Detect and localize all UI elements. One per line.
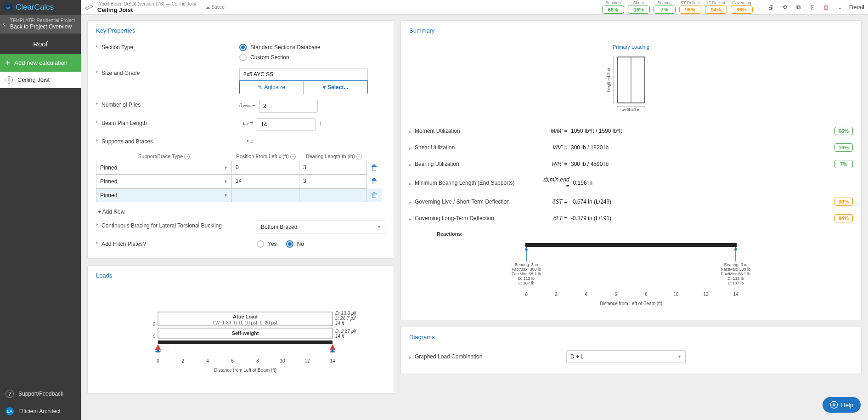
svg-text:FactMax: 300 lb: FactMax: 300 lb — [512, 267, 541, 272]
svg-text:10: 10 — [280, 358, 285, 363]
load-combo-select[interactable]: D + L▼ — [566, 350, 686, 363]
svg-rect-38 — [525, 243, 737, 247]
expand-icon[interactable]: ▸ — [96, 43, 100, 48]
svg-text:D: 113 lb: D: 113 lb — [518, 276, 535, 281]
col-bear-header: Bearing Length ℓb (in)? — [300, 152, 368, 161]
bearing-input[interactable]: 3 — [299, 161, 367, 175]
expand-icon[interactable]: ▸ — [96, 221, 100, 227]
expand-icon[interactable]: ▸ — [409, 216, 413, 221]
sidebar: ∞ ClearCalcs ‹ TEMPLATE: Residential Pro… — [0, 0, 81, 420]
bracing-select[interactable]: Bottom Braced▼ — [257, 221, 385, 233]
size-grade-label: Size and Grade — [101, 68, 239, 76]
expand-icon[interactable]: ▸ — [96, 101, 100, 106]
plies-input[interactable] — [259, 100, 318, 113]
expand-icon[interactable]: ▸ — [409, 181, 413, 186]
detail-button[interactable]: Detail — [849, 4, 864, 11]
lt-deflect-badge: 94% — [705, 6, 727, 14]
svg-text:4: 4 — [585, 292, 587, 297]
bearing-input[interactable]: 3 — [299, 175, 367, 188]
position-input[interactable]: 0 — [231, 161, 299, 175]
svg-text:0: 0 — [152, 334, 155, 339]
expand-icon[interactable]: ▸ — [409, 129, 413, 134]
support-feedback-button[interactable]: ? Support/Feedback — [0, 385, 81, 403]
select-button[interactable]: ▾Select... — [304, 80, 368, 94]
plies-label: Number of Plies — [101, 100, 239, 108]
link-icon[interactable]: ⧉ — [794, 3, 803, 12]
svg-text:L: 187 lb: L: 187 lb — [519, 281, 535, 285]
radio-standard-sections[interactable]: Standard Sections Database — [239, 42, 385, 52]
svg-text:D: 2.87 plf: D: 2.87 plf — [335, 329, 357, 334]
help-icon — [830, 401, 838, 409]
radio-flitch-no[interactable]: No — [286, 239, 304, 249]
svg-text:12: 12 — [304, 358, 310, 363]
svg-text:L: 187 lb: L: 187 lb — [728, 281, 744, 285]
svg-text:10: 10 — [673, 292, 679, 297]
back-to-project[interactable]: ‹ TEMPLATE: Residential Project Back to … — [0, 15, 81, 34]
position-input[interactable] — [231, 188, 299, 202]
summary-title: Summary — [409, 27, 853, 34]
svg-text:D: 113 lb: D: 113 lb — [727, 276, 744, 281]
bearing-badge: 7% — [654, 6, 676, 14]
bracing-label: Continuous Bracing for Lateral Torsional… — [101, 221, 257, 229]
bearing-input[interactable] — [299, 188, 367, 202]
loads-title: Loads — [96, 272, 385, 279]
user-menu[interactable]: EA Efficient Architect — [0, 403, 81, 420]
help-button[interactable]: Help — [823, 397, 861, 413]
chevron-down-icon[interactable]: ⌄ — [835, 3, 845, 12]
expand-icon[interactable]: ▸ — [409, 146, 413, 151]
expand-icon[interactable]: ▸ — [96, 240, 100, 245]
copy-icon[interactable]: ⎘ — [808, 3, 817, 12]
svg-text:height=4.5 in: height=4.5 in — [606, 68, 611, 92]
autosize-button[interactable]: ✎Autosize — [239, 80, 304, 94]
delete-row-icon[interactable]: 🗑 — [367, 188, 382, 202]
radio-flitch-yes[interactable]: Yes — [257, 239, 277, 249]
reactions-diagram: Reactions: Bearing: 3 in FactMax: 300 lb… — [409, 227, 853, 313]
svg-text:FactMin: 68.1 lb: FactMin: 68.1 lb — [512, 272, 541, 276]
shear-badge: 16% — [628, 6, 650, 14]
plies-symbol: nₚₗᵢₑₛ = — [239, 100, 255, 108]
top-bar: Wood Beam (ASD) (version 176) — Ceiling … — [81, 0, 868, 15]
radio-custom-section[interactable]: Custom Section — [239, 52, 385, 62]
print-icon[interactable]: 🖨 — [767, 3, 776, 12]
expand-icon[interactable]: ▸ — [96, 69, 100, 74]
expand-icon[interactable]: ▸ — [96, 119, 100, 124]
expand-icon[interactable]: ▸ — [409, 355, 413, 360]
refresh-icon[interactable]: ⟲ — [780, 3, 789, 12]
expand-icon[interactable]: ▸ — [409, 200, 413, 205]
expand-icon[interactable]: ▸ — [409, 162, 413, 167]
delete-icon[interactable]: 🗑 — [822, 3, 831, 12]
key-props-title: Key Properties — [96, 27, 385, 34]
moment-badge: 66% — [834, 127, 853, 135]
help-icon[interactable]: ? — [184, 154, 190, 159]
support-type-select[interactable]: Pinned▼ — [96, 161, 232, 175]
length-unit: ft — [318, 118, 321, 126]
st-deflect-badge: 96% — [679, 6, 701, 14]
svg-text:4: 4 — [206, 358, 209, 363]
beam-length-input[interactable] — [257, 118, 316, 131]
svg-text:2: 2 — [181, 358, 184, 363]
delete-row-icon[interactable]: 🗑 — [367, 161, 382, 175]
delete-row-icon[interactable]: 🗑 — [367, 175, 382, 188]
svg-point-62 — [831, 402, 838, 409]
expand-icon[interactable]: ▸ — [96, 137, 100, 142]
svg-text:14 ft: 14 ft — [335, 334, 345, 339]
supports-table: Support/Brace Type? Position From Left x… — [96, 152, 385, 202]
add-row-button[interactable]: + Add Row — [96, 206, 385, 218]
support-type-select[interactable]: Pinned▼ — [96, 175, 232, 188]
sidebar-item-ceiling-joist[interactable]: Ceiling Joist — [0, 72, 81, 88]
bending-badge: 66% — [602, 6, 624, 14]
svg-text:0: 0 — [157, 358, 159, 363]
svg-text:14: 14 — [733, 292, 738, 297]
support-type-select[interactable]: Pinned▼ — [96, 188, 232, 202]
supports-label: Supports and Braces — [101, 136, 239, 145]
gear-icon — [6, 76, 13, 84]
add-calculation-button[interactable]: +Add new calculation — [0, 54, 81, 72]
col-type-header: Support/Brace Type? — [96, 152, 232, 161]
logo[interactable]: ∞ ClearCalcs — [0, 0, 81, 15]
svg-point-63 — [833, 404, 835, 406]
size-grade-input[interactable] — [239, 68, 368, 81]
key-properties-panel: Key Properties ▸ Section Type Standard S… — [87, 20, 394, 259]
help-icon[interactable]: ? — [356, 154, 362, 159]
help-icon[interactable]: ? — [290, 154, 296, 159]
position-input[interactable]: 14 — [231, 175, 299, 188]
